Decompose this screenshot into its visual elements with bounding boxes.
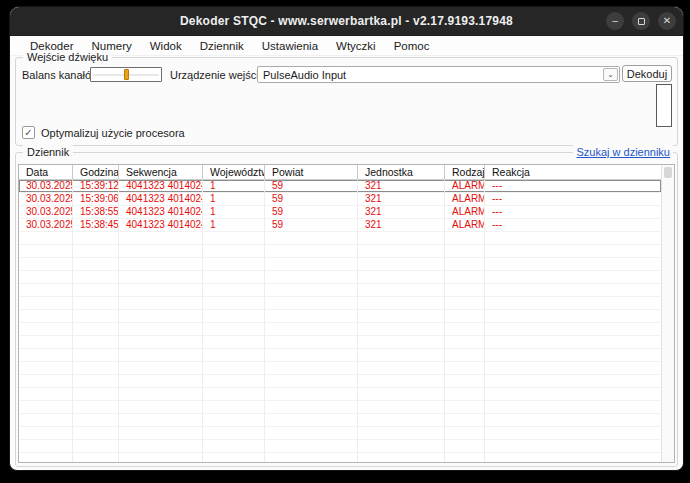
input-device-select[interactable]: PulseAudio Input ⌄ (257, 66, 620, 83)
log-cell: --- (485, 219, 661, 231)
minimize-icon: – (612, 16, 618, 26)
menu-item-pomoc[interactable]: Pomoc (385, 38, 439, 54)
log-cell: --- (485, 206, 661, 218)
log-group: Dziennik Szukaj w dzienniku DataGodzinaS… (15, 152, 678, 467)
audio-group-title: Wejście dźwięku (23, 50, 112, 64)
log-row[interactable]: 30.03.202515:39:124041323 40140241159321… (19, 180, 661, 193)
column-header-data[interactable]: Data (19, 165, 73, 179)
log-empty-row (19, 323, 661, 336)
log-cell: 321 (358, 193, 445, 205)
log-empty-row (19, 232, 661, 245)
minimize-button[interactable]: – (606, 12, 624, 30)
log-row[interactable]: 30.03.202515:39:064041323 40140241159321… (19, 193, 661, 206)
log-cell: --- (485, 193, 661, 205)
log-empty-row (19, 414, 661, 427)
log-empty-row (19, 401, 661, 414)
channel-balance-slider[interactable] (90, 67, 162, 82)
log-cell: 321 (358, 219, 445, 231)
log-cell: --- (485, 180, 661, 192)
log-empty-row (19, 336, 661, 349)
log-empty-row (19, 245, 661, 258)
log-empty-row (19, 349, 661, 362)
log-empty-row (19, 258, 661, 271)
log-cell: 321 (358, 180, 445, 192)
log-cell: 4041323 40140241 (119, 193, 203, 205)
scrollbar-thumb[interactable] (664, 167, 672, 178)
combo-dropdown-button[interactable]: ⌄ (603, 68, 618, 81)
log-cell: ALARM (445, 206, 485, 218)
log-cell: 59 (265, 180, 358, 192)
log-cell: 4041323 40140241 (119, 180, 203, 192)
log-header-row: DataGodzinaSekwencjaWojewództwoPowiatJed… (19, 165, 674, 180)
decode-button-label: Dekoduj (627, 68, 667, 80)
log-cell: 15:39:06 (73, 193, 119, 205)
column-header-jednostka[interactable]: Jednostka (358, 165, 445, 179)
column-header-powiat[interactable]: Powiat (265, 165, 358, 179)
log-cell: 4041323 40140241 (119, 219, 203, 231)
log-cell: 15:38:55 (73, 206, 119, 218)
column-header-województwo[interactable]: Województwo (203, 165, 265, 179)
log-empty-row (19, 388, 661, 401)
log-cell: 4041323 40140241 (119, 206, 203, 218)
column-header-sekwencja[interactable]: Sekwencja (119, 165, 203, 179)
maximize-icon (638, 18, 645, 25)
log-empty-row (19, 271, 661, 284)
log-empty-row (19, 284, 661, 297)
log-cell: 30.03.2025 (19, 219, 73, 231)
vertical-scrollbar[interactable] (661, 165, 674, 462)
log-cell: 1 (203, 219, 265, 231)
close-icon: ✕ (663, 16, 671, 26)
window-controls: – ✕ (606, 12, 676, 30)
log-cell: 59 (265, 206, 358, 218)
log-cell: ALARM (445, 193, 485, 205)
log-cell: 30.03.2025 (19, 193, 73, 205)
optimize-cpu-checkbox[interactable]: ✓ (22, 126, 35, 139)
log-cell: 30.03.2025 (19, 206, 73, 218)
optimize-cpu-row: ✓ Optymalizuj użycie procesora (22, 126, 185, 139)
log-row[interactable]: 30.03.202515:38:554041323 40140241159321… (19, 206, 661, 219)
signal-level-meter (656, 84, 672, 127)
chevron-down-icon: ⌄ (607, 71, 614, 79)
checkmark-icon: ✓ (24, 128, 32, 138)
log-cell: 321 (358, 206, 445, 218)
log-table: DataGodzinaSekwencjaWojewództwoPowiatJed… (18, 164, 675, 463)
log-cell: 15:39:12 (73, 180, 119, 192)
title-bar[interactable]: Dekoder STQC - www.serwerbartka.pl - v2.… (10, 7, 683, 36)
menu-item-widok[interactable]: Widok (141, 38, 191, 54)
optimize-cpu-label: Optymalizuj użycie procesora (41, 127, 185, 139)
log-empty-row (19, 440, 661, 453)
log-empty-row (19, 427, 661, 440)
menu-item-dziennik[interactable]: Dziennik (191, 38, 253, 54)
search-log-link[interactable]: Szukaj w dzienniku (573, 145, 673, 159)
log-body: 30.03.202515:39:124041323 40140241159321… (19, 180, 661, 462)
close-button[interactable]: ✕ (658, 12, 676, 30)
log-row[interactable]: 30.03.202515:38:454041323 40140241159321… (19, 219, 661, 232)
column-header-rodzaj[interactable]: Rodzaj (445, 165, 485, 179)
log-empty-row (19, 375, 661, 388)
log-cell: 1 (203, 206, 265, 218)
decode-button[interactable]: Dekoduj (622, 65, 672, 82)
slider-thumb[interactable] (124, 69, 129, 80)
log-empty-row (19, 362, 661, 375)
app-window: Dekoder STQC - www.serwerbartka.pl - v2.… (9, 6, 684, 471)
menu-item-wtyczki[interactable]: Wtyczki (327, 38, 385, 54)
input-device-value: PulseAudio Input (258, 69, 603, 81)
log-empty-row (19, 297, 661, 310)
log-cell: 1 (203, 180, 265, 192)
log-cell: 15:38:45 (73, 219, 119, 231)
column-header-reakcja[interactable]: Reakcja (485, 165, 661, 179)
log-cell: 30.03.2025 (19, 180, 73, 192)
window-title: Dekoder STQC - www.serwerbartka.pl - v2.… (180, 14, 513, 28)
column-header-godzina[interactable]: Godzina (73, 165, 119, 179)
log-empty-row (19, 310, 661, 323)
log-cell: ALARM (445, 180, 485, 192)
audio-input-group: Wejście dźwięku Balans kanałów: Urządzen… (15, 57, 678, 146)
log-empty-row (19, 453, 661, 462)
log-cell: 59 (265, 193, 358, 205)
log-cell: 59 (265, 219, 358, 231)
log-cell: 1 (203, 193, 265, 205)
log-group-title: Dziennik (23, 145, 73, 159)
log-cell: ALARM (445, 219, 485, 231)
menu-item-ustawienia[interactable]: Ustawienia (253, 38, 327, 54)
maximize-button[interactable] (632, 12, 650, 30)
